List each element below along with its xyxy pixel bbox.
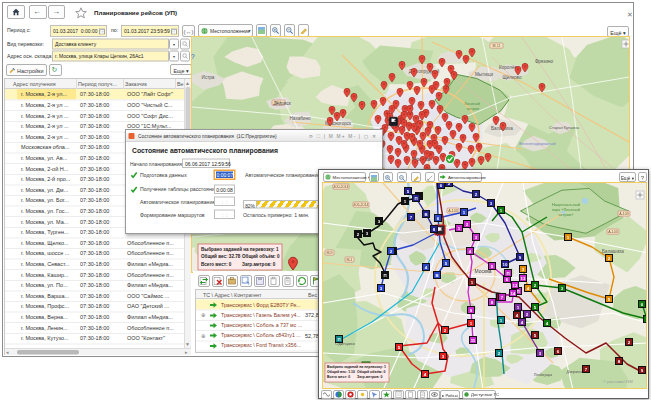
svg-text:Общий объём: 0: Общий объём: 0 xyxy=(357,370,386,374)
svg-text:Балашиха: Балашиха xyxy=(602,249,624,254)
svg-text:Старая Купавна: Старая Купавна xyxy=(549,125,580,130)
svg-text:Истра: Истра xyxy=(202,75,215,80)
svg-text:Общий объём: 0: Общий объём: 0 xyxy=(242,253,280,259)
svg-text:406-2014: 406-2014 xyxy=(353,203,368,207)
svg-text:13: 13 xyxy=(521,276,526,281)
svg-text:400-2014: 400-2014 xyxy=(333,185,348,189)
svg-text:Железнодорожный: Железнодорожный xyxy=(518,141,556,146)
svg-text:12: 12 xyxy=(513,283,518,288)
svg-text:А-103: А-103 xyxy=(619,212,629,216)
svg-text:остров»: остров» xyxy=(559,212,575,217)
svg-text:Люберцы: Люберцы xyxy=(534,372,552,377)
svg-text:М-11: М-11 xyxy=(493,44,501,48)
svg-text:11: 11 xyxy=(471,338,476,343)
svg-text:М-9: М-9 xyxy=(326,251,332,255)
svg-text:Дедовск: Дедовск xyxy=(273,101,291,106)
svg-text:Щёлково: Щёлково xyxy=(502,75,522,80)
svg-text:Общий вес: 32.78: Общий вес: 32.78 xyxy=(201,253,241,259)
svg-text:П: П xyxy=(506,271,509,276)
svg-text:Выбрано заданий на перевозку:: Выбрано заданий на перевозку: 1 xyxy=(201,246,279,252)
svg-text:А-103: А-103 xyxy=(608,230,618,234)
svg-text:В: В xyxy=(424,212,427,217)
svg-text:Всего мест: 0: Всего мест: 0 xyxy=(201,262,232,267)
svg-text:А-103: А-103 xyxy=(448,209,458,213)
svg-text:14: 14 xyxy=(511,291,516,296)
svg-text:10: 10 xyxy=(503,262,508,267)
svg-text:Фрязино: Фрязино xyxy=(535,59,554,64)
svg-text:В: В xyxy=(435,273,438,278)
svg-text:П: П xyxy=(414,196,417,201)
svg-text:Лосиный: Лосиный xyxy=(464,102,480,106)
svg-text:П: П xyxy=(337,337,340,342)
svg-text:Нахабино: Нахабино xyxy=(290,116,311,121)
svg-text:Выбрано заданий на перевозку:: Выбрано заданий на перевозку: 1 xyxy=(327,365,386,369)
svg-text:7: 7 xyxy=(646,317,647,322)
svg-text:Загр.метров: 0: Загр.метров: 0 xyxy=(242,262,276,267)
svg-text:Мытищи: Мытищи xyxy=(475,72,494,77)
svg-text:© участники OSM: © участники OSM xyxy=(603,380,633,384)
svg-text:остров: остров xyxy=(467,107,479,111)
svg-text:Всего мест: 0: Всего мест: 0 xyxy=(327,375,350,379)
svg-text:П: П xyxy=(383,273,386,278)
svg-text:Общий вес: 1.10: Общий вес: 1.10 xyxy=(327,370,355,374)
svg-text:Загр.метров: 0: Загр.метров: 0 xyxy=(357,375,382,379)
svg-text:М-1: М-1 xyxy=(346,258,352,262)
